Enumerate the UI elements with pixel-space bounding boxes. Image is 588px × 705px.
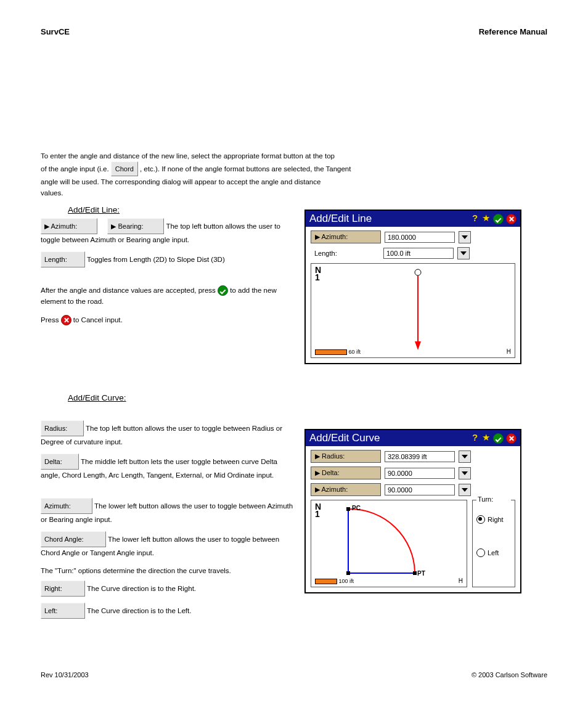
svg-text:PC: PC: [352, 505, 361, 511]
svg-marker-0: [462, 235, 468, 239]
azimuth-input[interactable]: 90.0000: [385, 484, 455, 495]
azimuth-button[interactable]: ▶ Azimuth:: [311, 230, 381, 243]
svg-point-2: [415, 269, 421, 275]
svg-rect-12: [413, 571, 417, 575]
left-button-ref[interactable]: Left:: [41, 603, 85, 619]
chordang-button-ref[interactable]: Chord Angle:: [41, 531, 106, 547]
delta-button[interactable]: ▶ Delta:: [311, 467, 381, 479]
radius-button-ref[interactable]: Radius:: [41, 420, 84, 436]
doc-title-left: SurvCE: [41, 27, 70, 36]
cancel-text-b: to Cancel input.: [73, 316, 123, 324]
radius-input[interactable]: 328.08399 ift: [385, 451, 455, 462]
para0-a: To enter the angle and distance of the n…: [41, 152, 335, 160]
right-desc: The Curve direction is to the Right.: [87, 585, 196, 592]
dialog1-title: Add/Edit Line: [309, 213, 471, 225]
cancel-icon: [61, 315, 71, 325]
delta-input[interactable]: 90.0000: [385, 468, 455, 479]
help-icon[interactable]: [471, 214, 480, 222]
length-button-ref[interactable]: Length:: [41, 251, 85, 267]
azimuth-input[interactable]: 180.0000: [385, 232, 455, 243]
ok-icon: [218, 285, 228, 296]
turn-label: Turn:: [476, 495, 511, 503]
svg-marker-5: [462, 455, 468, 458]
right-button-ref[interactable]: Right:: [41, 581, 85, 597]
dropdown-button[interactable]: [459, 467, 471, 479]
cancel-text-a: Press: [41, 316, 61, 324]
dialog2-title: Add/Edit Curve: [309, 432, 471, 444]
ok-icon[interactable]: [493, 433, 504, 444]
bearing-button-ref[interactable]: ▶ Bearing:: [107, 218, 164, 234]
favorite-icon[interactable]: [482, 433, 491, 442]
add-edit-line-dialog: Add/Edit Line ▶ Azimuth: 180.0000 Length…: [304, 210, 521, 364]
para0-b: angle will be used. The corresponding di…: [41, 178, 321, 185]
accept-text-a: After the angle and distance values are …: [41, 287, 218, 294]
turn-left-radio[interactable]: Left: [476, 548, 511, 557]
section-link-curve[interactable]: Add/Edit Curve:: [68, 393, 126, 402]
svg-rect-11: [346, 571, 350, 575]
footer-copyright: © 2003 Carlson Software: [472, 671, 547, 679]
svg-marker-6: [462, 471, 468, 475]
svg-rect-10: [346, 507, 350, 511]
para0-mid2: , etc.). If none of the angle format but…: [140, 165, 351, 173]
radius-button[interactable]: ▶ Radius:: [311, 450, 381, 463]
para0-c: values.: [41, 189, 63, 197]
azimuth2-button-ref[interactable]: Azimuth:: [41, 498, 92, 514]
azimuth-button-ref[interactable]: ▶ Azimuth:: [41, 218, 97, 234]
section-link-line[interactable]: Add/Edit Line:: [68, 205, 120, 214]
svg-marker-1: [460, 251, 467, 255]
svg-marker-7: [462, 488, 468, 492]
delta-button-ref[interactable]: Delta:: [41, 454, 79, 470]
line-preview: N1 60 ift H: [311, 263, 515, 358]
dropdown-button[interactable]: [457, 247, 470, 259]
para0-mid: of the angle input (i.e.: [41, 165, 111, 173]
turn-group: Turn: Right Left: [472, 500, 515, 587]
footer-rev: Rev 10/31/2003: [41, 671, 89, 679]
svg-text:PT: PT: [417, 570, 425, 577]
dropdown-button[interactable]: [459, 231, 471, 243]
svg-marker-4: [415, 341, 421, 350]
chord-button-ref[interactable]: Chord: [111, 161, 138, 176]
help-icon[interactable]: [471, 433, 480, 442]
left-desc: The Curve direction is to the Left.: [87, 607, 191, 614]
dropdown-button[interactable]: [459, 484, 471, 496]
azimuth-button[interactable]: ▶ Azimuth:: [311, 483, 381, 496]
turn-heading: The "Turn:" options determine the direct…: [41, 567, 293, 574]
length-label: Length:: [311, 248, 380, 259]
length-input[interactable]: 100.0 ift: [383, 248, 454, 259]
turn-right-radio[interactable]: Right: [476, 515, 511, 524]
close-icon[interactable]: [506, 433, 517, 444]
curve-preview: N1 PC PT 100 ift H: [311, 500, 467, 587]
close-icon[interactable]: [506, 214, 517, 224]
favorite-icon[interactable]: [482, 214, 491, 222]
ok-icon[interactable]: [493, 214, 504, 224]
length-desc: Toggles from Length (2D) to Slope Dist (…: [87, 256, 225, 263]
dropdown-button[interactable]: [459, 450, 471, 463]
add-edit-curve-dialog: Add/Edit Curve ▶ Radius: 328.08399 ift ▶…: [304, 429, 521, 593]
doc-title-right: Reference Manual: [479, 27, 547, 36]
